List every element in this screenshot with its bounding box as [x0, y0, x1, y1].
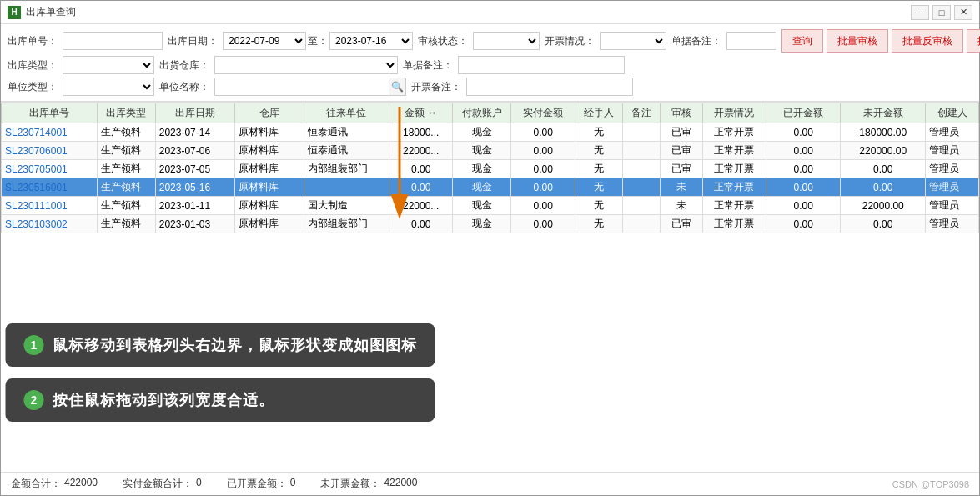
- col-header-warehouse[interactable]: 仓库: [235, 103, 304, 123]
- date-separator: 至：: [308, 34, 328, 48]
- unit-type-label: 单位类型：: [8, 80, 58, 94]
- toolbar-row-2: 出库类型： 出货仓库： 单据备注：: [8, 56, 972, 74]
- order-no-label: 出库单号：: [8, 34, 58, 48]
- col-header-type[interactable]: 出库类型: [97, 103, 155, 123]
- date-from-select[interactable]: 2022-07-09: [223, 32, 306, 50]
- memo-input[interactable]: [726, 32, 776, 50]
- toolbar: 出库单号： 出库日期： 2022-07-09 至： 2023-07-16 审核状…: [1, 24, 979, 102]
- footer-actual-label: 实付金额合计：: [123, 477, 193, 491]
- unit-name-search-button[interactable]: 🔍: [389, 78, 406, 96]
- invoice-memo-label: 开票备注：: [411, 80, 461, 94]
- invoice-status-label: 开票情况：: [545, 34, 595, 48]
- window-controls: ─ □ ✕: [911, 5, 972, 20]
- batch-reverse-button[interactable]: 批量反审核: [892, 29, 963, 53]
- toolbar-row-3: 单位类型： 单位名称： 🔍 开票备注：: [8, 78, 972, 96]
- main-window: H 出库单查询 ─ □ ✕ 出库单号： 出库日期： 2022-07-09 至： …: [0, 0, 980, 496]
- tooltip-2: 2 按住鼠标拖动到该列宽度合适。: [6, 378, 435, 422]
- order-no-input[interactable]: [63, 32, 163, 50]
- tooltip-2-text: 按住鼠标拖动到该列宽度合适。: [53, 390, 274, 410]
- table-header-row: 出库单号 出库类型 出库日期 仓库 往来单位 金额 ↔ 付款账户 实付金额 经手…: [2, 103, 979, 123]
- order-memo-label: 单据备注：: [403, 58, 453, 73]
- tooltip-1: 1 鼠标移动到表格列头右边界，鼠标形状变成如图图标: [6, 323, 435, 367]
- table-row[interactable]: SL230706001生产领料2023-07-06原材料库恒泰通讯22000..…: [2, 142, 979, 160]
- footer-amount: 金额合计： 422000: [11, 477, 98, 491]
- footer-uninvoiced: 未开票金额： 422000: [320, 477, 417, 491]
- invoice-memo-input[interactable]: [466, 78, 633, 96]
- footer: 金额合计： 422000 实付金额合计： 0 已开票金额： 0 未开票金额： 4…: [1, 472, 979, 495]
- table-row[interactable]: SL230103002生产领料2023-01-03原材料库内部组装部门0.00现…: [2, 215, 979, 233]
- app-icon: H: [8, 6, 21, 19]
- table-row[interactable]: SL230714001生产领料2023-07-14原材料库恒泰通讯18000..…: [2, 123, 979, 142]
- col-header-date[interactable]: 出库日期: [155, 103, 235, 123]
- col-header-uninvoiced[interactable]: 未开金额: [841, 103, 926, 123]
- footer-actual-value: 0: [196, 477, 202, 491]
- warehouse-select[interactable]: [214, 56, 398, 74]
- query-button[interactable]: 查询: [781, 29, 823, 53]
- table-row[interactable]: SL230516001生产领料2023-05-16原材料库0.00现金0.00无…: [2, 178, 979, 197]
- type-select[interactable]: [63, 56, 154, 74]
- col-header-amount[interactable]: 金额 ↔: [389, 103, 452, 123]
- date-range: 2022-07-09 至： 2023-07-16: [223, 32, 413, 50]
- footer-amount-value: 422000: [64, 477, 98, 491]
- col-header-creator[interactable]: 创建人: [926, 103, 979, 123]
- footer-actual: 实付金额合计： 0: [123, 477, 202, 491]
- col-header-unit[interactable]: 往来单位: [304, 103, 389, 123]
- toolbar-row-1: 出库单号： 出库日期： 2022-07-09 至： 2023-07-16 审核状…: [8, 29, 972, 53]
- batch-delete-button[interactable]: 批量删除: [967, 29, 980, 53]
- watermark: CSDN @TOP3098: [892, 479, 969, 489]
- col-header-audit[interactable]: 审核: [660, 103, 702, 123]
- footer-invoiced-label: 已开票金额：: [227, 477, 287, 491]
- col-header-invoice[interactable]: 开票情况: [702, 103, 766, 123]
- type-label: 出库类型：: [8, 58, 58, 73]
- col-header-invoiced[interactable]: 已开金额: [766, 103, 841, 123]
- tooltip-2-num: 2: [24, 390, 44, 410]
- order-memo-input[interactable]: [458, 56, 625, 74]
- date-label: 出库日期：: [168, 34, 218, 48]
- audit-select[interactable]: [473, 32, 540, 50]
- col-header-actual[interactable]: 实付金额: [511, 103, 575, 123]
- data-table: 出库单号 出库类型 出库日期 仓库 往来单位 金额 ↔ 付款账户 实付金额 经手…: [1, 103, 979, 233]
- tooltip-overlay: 1 鼠标移动到表格列头右边界，鼠标形状变成如图图标 2 按住鼠标拖动到该列宽度合…: [6, 323, 435, 422]
- footer-uninvoiced-label: 未开票金额：: [320, 477, 380, 491]
- unit-name-label: 单位名称：: [159, 80, 209, 94]
- unit-name-field: 🔍: [214, 78, 406, 96]
- batch-audit-button[interactable]: 批量审核: [827, 29, 888, 53]
- tooltip-1-num: 1: [24, 335, 44, 355]
- col-header-order-no[interactable]: 出库单号: [2, 103, 98, 123]
- title-bar: H 出库单查询 ─ □ ✕: [1, 1, 979, 24]
- table-row[interactable]: SL230705001生产领料2023-07-05原材料库内部组装部门0.00现…: [2, 160, 979, 178]
- audit-label: 审核状态：: [418, 34, 468, 48]
- footer-invoiced-value: 0: [290, 477, 296, 491]
- maximize-button[interactable]: □: [932, 5, 951, 20]
- tooltip-1-text: 鼠标移动到表格列头右边界，鼠标形状变成如图图标: [53, 335, 417, 355]
- date-to-select[interactable]: 2023-07-16: [329, 32, 413, 50]
- table-container[interactable]: 出库单号 出库类型 出库日期 仓库 往来单位 金额 ↔ 付款账户 实付金额 经手…: [1, 102, 979, 472]
- window-title: 出库单查询: [26, 5, 76, 19]
- unit-name-input[interactable]: [214, 78, 389, 96]
- table-body: SL230714001生产领料2023-07-14原材料库恒泰通讯18000..…: [2, 123, 979, 233]
- col-header-handler[interactable]: 经手人: [575, 103, 622, 123]
- footer-invoiced: 已开票金额： 0: [227, 477, 296, 491]
- footer-amount-label: 金额合计：: [11, 477, 61, 491]
- close-button[interactable]: ✕: [954, 5, 972, 20]
- footer-uninvoiced-value: 422000: [384, 477, 417, 491]
- minimize-button[interactable]: ─: [911, 5, 929, 20]
- warehouse-label: 出货仓库：: [159, 58, 209, 73]
- title-bar-left: H 出库单查询: [8, 5, 76, 19]
- col-header-remark[interactable]: 备注: [623, 103, 661, 123]
- table-row[interactable]: SL230111001生产领料2023-01-11原材料库国大制造22000..…: [2, 197, 979, 215]
- col-header-pay-account[interactable]: 付款账户: [453, 103, 511, 123]
- memo-label: 单据备注：: [671, 34, 721, 48]
- unit-type-select[interactable]: [63, 78, 154, 96]
- action-buttons: 查询 批量审核 批量反审核 批量删除: [781, 29, 980, 53]
- invoice-status-select[interactable]: [600, 32, 666, 50]
